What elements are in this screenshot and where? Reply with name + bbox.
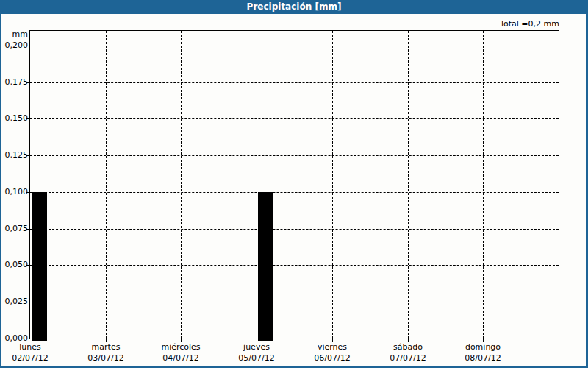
x-axis-day-name: martes [65,342,146,353]
gridline-vertical [257,31,257,339]
window-title: Precipitación [mm] [247,1,342,12]
gridline-horizontal [30,46,559,46]
window-titlebar: Precipitación [mm] [0,0,588,14]
plot-area [29,30,559,339]
x-axis-label: viernes06/07/12 [292,342,373,364]
y-tick-label: 0,200 [0,41,28,50]
y-tick-label: 0,100 [0,188,28,197]
gridline-horizontal [30,265,559,266]
x-axis-date: 02/07/12 [0,353,71,364]
x-axis-label: domingo08/07/12 [442,342,523,364]
y-tick-label: 0,125 [0,151,28,160]
x-axis-day-name: domingo [442,342,523,353]
gridline-vertical [181,31,182,339]
gridline-horizontal [30,118,559,119]
y-tick-mark [26,46,29,46]
x-axis-day-name: jueves [216,342,297,353]
y-tick-mark [26,339,29,339]
y-tick-mark [26,155,29,156]
y-axis-unit-label: mm [0,29,28,39]
x-axis-label: martes03/07/12 [65,342,146,364]
y-tick-mark [26,265,29,266]
x-axis-label: sábado07/07/12 [368,342,448,364]
y-tick-label: 0,175 [0,78,28,87]
y-tick-mark [26,192,29,193]
precipitation-bar [32,192,47,341]
x-axis-label: miércoles04/07/12 [140,342,221,364]
y-tick-label: 0,025 [0,297,28,306]
gridline-horizontal [30,229,559,230]
precipitation-bar [258,192,273,341]
gridline-horizontal [30,192,559,193]
x-axis-day-name: miércoles [140,342,221,353]
x-axis-date: 08/07/12 [442,353,523,364]
y-tick-mark [26,302,29,302]
y-tick-label: 0,150 [0,114,28,123]
x-axis-date: 04/07/12 [140,353,221,364]
x-axis-date: 05/07/12 [216,353,297,364]
gridline-vertical [332,31,333,339]
y-tick-label: 0,075 [0,224,28,233]
y-tick-mark [26,118,29,119]
x-axis-day-name: lunes [0,342,71,353]
x-axis-date: 06/07/12 [292,353,373,364]
x-axis-day-name: viernes [292,342,373,353]
y-tick-mark [26,82,29,83]
gridline-vertical [483,31,484,339]
chart-window: Precipitación [mm] Total =0,2 mm mm 0,00… [0,0,588,368]
gridline-horizontal [30,155,559,156]
gridline-horizontal [30,82,559,83]
gridline-vertical [106,31,107,339]
y-tick-mark [26,229,29,230]
total-annotation: Total =0,2 mm [0,19,559,29]
gridline-vertical [408,31,409,339]
gridline-horizontal [30,302,559,302]
x-axis-label: lunes02/07/12 [0,342,71,364]
x-axis-day-name: sábado [368,342,448,353]
x-axis-label: jueves05/07/12 [216,342,297,364]
y-tick-label: 0,050 [0,261,28,269]
x-axis-date: 03/07/12 [65,353,146,364]
x-axis-date: 07/07/12 [368,353,448,364]
